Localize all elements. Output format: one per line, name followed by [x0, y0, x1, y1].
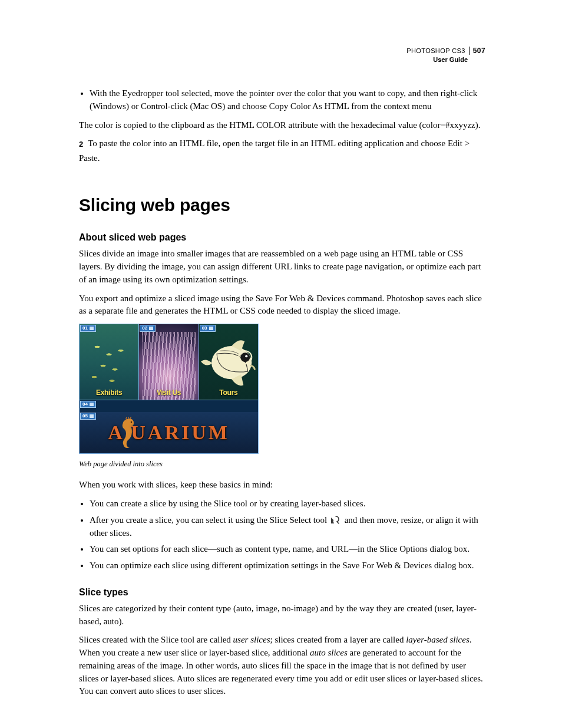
body-text: The color is copied to the clipboard as …	[79, 119, 485, 132]
product-name: PHOTOSHOP CS3	[406, 47, 465, 54]
figure-sliced-webpage: 01 Exhibits 02 Visit Us	[79, 324, 259, 469]
body-text: Slices are categorized by their content …	[79, 602, 485, 628]
list-item: You can create a slice by using the Slic…	[90, 498, 485, 510]
aquarium-logo-text: A UARIUM	[80, 418, 258, 447]
body-text: You export and optimize a sliced image u…	[79, 292, 485, 318]
slice-04-spacer: 04	[79, 400, 259, 412]
body-text: Slices created with the Slice tool are c…	[79, 634, 485, 698]
slice-05-logo: 05 A UARIUM	[79, 412, 259, 454]
slice-03-tours: 03 Tours	[199, 324, 259, 400]
slice-01-exhibits: 01 Exhibits	[79, 324, 139, 400]
term-user-slices: user slices	[233, 635, 270, 644]
slice-caption: Visit Us	[139, 388, 198, 398]
subheading-slice-types: Slice types	[79, 585, 485, 599]
list-item: With the Eyedropper tool selected, move …	[90, 87, 485, 113]
body-text: When you work with slices, keep these ba…	[79, 479, 485, 492]
doc-title: User Guide	[406, 55, 485, 64]
running-header: PHOTOSHOP CS3507 User Guide	[406, 46, 485, 64]
slice-02-visit-us: 02 Visit Us	[139, 324, 199, 400]
svg-point-3	[245, 355, 247, 357]
list-item: You can set options for each slice—such …	[90, 543, 485, 556]
list-item: You can optimize each slice using differ…	[90, 559, 485, 572]
term-layer-based-slices: layer-based slices	[406, 635, 470, 644]
page: PHOTOSHOP CS3507 User Guide With the Eye…	[0, 0, 562, 728]
list-text-a: After you create a slice, you can select…	[90, 515, 329, 525]
slice-badge: 04	[80, 401, 96, 408]
page-content: With the Eyedropper tool selected, move …	[79, 87, 485, 698]
step-number: 2	[79, 137, 83, 152]
text-run: Slices created with the Slice tool are c…	[79, 635, 233, 644]
term-auto-slices: auto slices	[310, 648, 348, 657]
text-run: ; slices created from a layer are called	[270, 635, 406, 644]
numbered-step: 2To paste the color into an HTML file, o…	[79, 137, 485, 164]
page-number: 507	[469, 47, 485, 55]
basics-list: You can create a slice by using the Slic…	[79, 498, 485, 572]
section-heading: Slicing web pages	[79, 192, 485, 218]
slice-select-tool-icon	[330, 515, 341, 523]
list-item: After you create a slice, you can select…	[90, 514, 485, 540]
svg-point-1	[240, 353, 250, 362]
slice-caption: Tours	[199, 388, 258, 398]
subheading-about: About sliced web pages	[79, 230, 485, 244]
slice-badge: 01	[80, 325, 96, 332]
step-text: To paste the color into an HTML file, op…	[79, 139, 470, 163]
intro-bullets: With the Eyedropper tool selected, move …	[79, 87, 485, 113]
body-text: Slices divide an image into smaller imag…	[79, 248, 485, 286]
slice-badge: 03	[200, 325, 216, 332]
slice-caption: Exhibits	[80, 388, 138, 398]
figure-top-row: 01 Exhibits 02 Visit Us	[79, 324, 259, 400]
slice-badge: 02	[140, 325, 156, 332]
figure-caption: Web page divided into slices	[79, 459, 259, 469]
